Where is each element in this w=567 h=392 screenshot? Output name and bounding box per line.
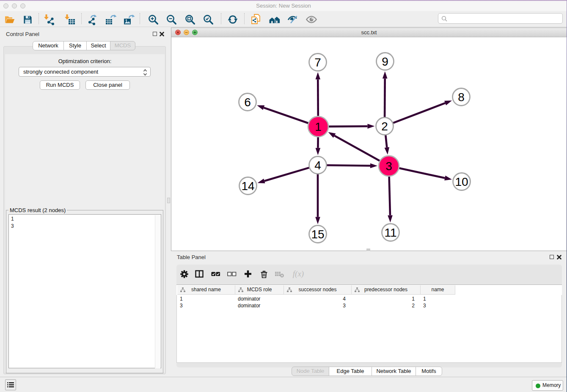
app-title: Session: New Session: [256, 3, 311, 9]
graph-arrowhead-3-11: [388, 215, 393, 222]
mcds-result-text[interactable]: 1 3: [8, 214, 161, 368]
table-panel-close-icon[interactable]: [557, 255, 561, 259]
gear-icon[interactable]: [179, 269, 189, 279]
close-window-button[interactable]: [3, 3, 8, 8]
graph-edge-1-7[interactable]: [318, 80, 318, 117]
cell-0-2: 4: [284, 295, 351, 302]
control-tab-mcds[interactable]: MCDS: [110, 41, 135, 50]
graph-edge-2-3[interactable]: [385, 134, 387, 147]
table-body: 1dominator4113dominator323: [176, 295, 562, 363]
control-panel-float-icon[interactable]: [153, 32, 157, 36]
cell-1-4: 3: [420, 302, 455, 309]
graph-arrowhead-3-10: [444, 176, 452, 180]
import-network-icon[interactable]: [43, 14, 55, 25]
table-tab-motifs[interactable]: Motifs: [416, 367, 442, 376]
control-panel-tabs: NetworkStyleSelectMCDS: [33, 41, 135, 50]
search-icon: [441, 16, 448, 22]
split-columns-icon[interactable]: [194, 269, 204, 279]
houses-icon[interactable]: [269, 14, 281, 25]
delete-column-icon[interactable]: [259, 269, 269, 279]
optimization-select[interactable]: strongly connected component: [19, 67, 151, 77]
graph-node-label-7: 7: [314, 56, 321, 69]
cell-0-0: 1: [177, 295, 235, 302]
network-view-window: scc.txt 7968124314101511: [171, 28, 567, 251]
toolbar-separator: [244, 13, 245, 24]
graph-arrowhead-2-3: [385, 147, 390, 155]
add-column-icon[interactable]: [243, 269, 253, 279]
table-row-0[interactable]: 1dominator411: [177, 295, 456, 302]
graph-arrowhead-1-6: [257, 105, 264, 110]
control-panel-close-icon[interactable]: [160, 32, 164, 36]
zoom-out-icon[interactable]: [165, 14, 177, 25]
network-maximize-button[interactable]: [192, 30, 198, 35]
close-panel-button[interactable]: Close panel: [85, 80, 130, 90]
zoom-in-icon[interactable]: [147, 14, 159, 25]
hide-panel-eye-icon[interactable]: [287, 14, 299, 25]
save-session-icon[interactable]: [22, 14, 33, 25]
run-mcds-button[interactable]: Run MCDS: [40, 80, 80, 90]
memory-button[interactable]: Memory: [532, 380, 563, 391]
graph-node-label-3: 3: [385, 160, 392, 173]
graph-edge-2-9[interactable]: [385, 79, 385, 118]
graph-edge-3-10[interactable]: [399, 168, 445, 178]
optimization-value: strongly connected component: [23, 69, 98, 75]
table-tab-network-table[interactable]: Network Table: [372, 367, 416, 376]
table-tab-edge-table[interactable]: Edge Table: [329, 367, 372, 376]
control-tab-select[interactable]: Select: [86, 41, 110, 50]
eye-icon[interactable]: [306, 14, 317, 25]
clone-network-icon[interactable]: [250, 14, 262, 25]
network-window-titlebar: scc.txt: [171, 28, 567, 37]
mcds-result-group: MCDS result (2 nodes) 1 3: [6, 210, 163, 373]
table-panel-title: Table Panel: [177, 254, 206, 260]
table-panel-float-icon[interactable]: [550, 255, 554, 259]
graph-edge-1-6[interactable]: [264, 108, 309, 123]
control-tab-style[interactable]: Style: [63, 41, 87, 50]
table-row-1[interactable]: 3dominator323: [177, 302, 456, 309]
column-header-shared-name[interactable]: shared name: [177, 285, 235, 295]
mcds-result-scrollbar[interactable]: [155, 215, 160, 368]
task-history-button[interactable]: [5, 379, 16, 390]
cell-0-4: 1: [420, 295, 455, 302]
graph-edge-1-2[interactable]: [328, 126, 368, 127]
table-tab-node-table[interactable]: Node Table: [292, 367, 329, 376]
minimize-window-button[interactable]: [12, 3, 17, 8]
check-all-icon[interactable]: [211, 269, 221, 279]
mcds-result-title: MCDS result (2 nodes): [8, 207, 67, 213]
toolbar-separator: [140, 13, 140, 24]
export-network-icon[interactable]: [86, 14, 98, 25]
zoom-selected-icon[interactable]: [202, 14, 214, 25]
column-header-name[interactable]: name: [421, 285, 455, 295]
uncheck-all-icon[interactable]: [227, 269, 237, 279]
maximize-window-button[interactable]: [20, 3, 25, 8]
export-image-icon[interactable]: [123, 14, 135, 25]
graph-node-label-2: 2: [381, 120, 388, 133]
cell-0-1: dominator: [235, 295, 284, 302]
import-table-icon[interactable]: [64, 14, 76, 25]
graph-node-label-9: 9: [382, 55, 388, 68]
graph-edge-4-3[interactable]: [326, 165, 371, 166]
function-builder-icon[interactable]: f(x): [293, 269, 303, 279]
column-header-MCDS-role[interactable]: MCDS role: [235, 285, 284, 295]
graph-edge-3-11[interactable]: [389, 176, 390, 215]
refresh-icon[interactable]: [227, 14, 239, 25]
graph-edge-3-1[interactable]: [334, 135, 380, 161]
graph-arrowhead-1-4: [316, 148, 321, 155]
column-header-predecessor-nodes[interactable]: predecessor nodes: [352, 285, 421, 295]
delete-table-icon[interactable]: [275, 269, 285, 279]
graph-edge-4-14[interactable]: [264, 168, 310, 181]
horizontal-splitter-grip[interactable]: [366, 248, 370, 251]
column-header-successor-nodes[interactable]: successor nodes: [284, 285, 352, 295]
graph-arrowhead-4-14: [258, 179, 265, 183]
table-panel: Table Panel f(x) shared nameMCDS rolesuc…: [171, 251, 567, 377]
graph-node-label-14: 14: [241, 179, 254, 193]
graph-edge-2-8[interactable]: [392, 103, 445, 123]
network-close-button[interactable]: [175, 30, 181, 35]
export-table-icon[interactable]: [105, 14, 117, 25]
graph-arrowhead-4-3: [370, 163, 377, 168]
open-file-icon[interactable]: [4, 14, 16, 25]
control-tab-network[interactable]: Network: [33, 41, 64, 50]
vertical-splitter-grip[interactable]: [167, 198, 170, 203]
search-input[interactable]: [438, 13, 563, 24]
network-minimize-button[interactable]: [184, 30, 189, 35]
zoom-fit-icon[interactable]: [184, 14, 196, 25]
